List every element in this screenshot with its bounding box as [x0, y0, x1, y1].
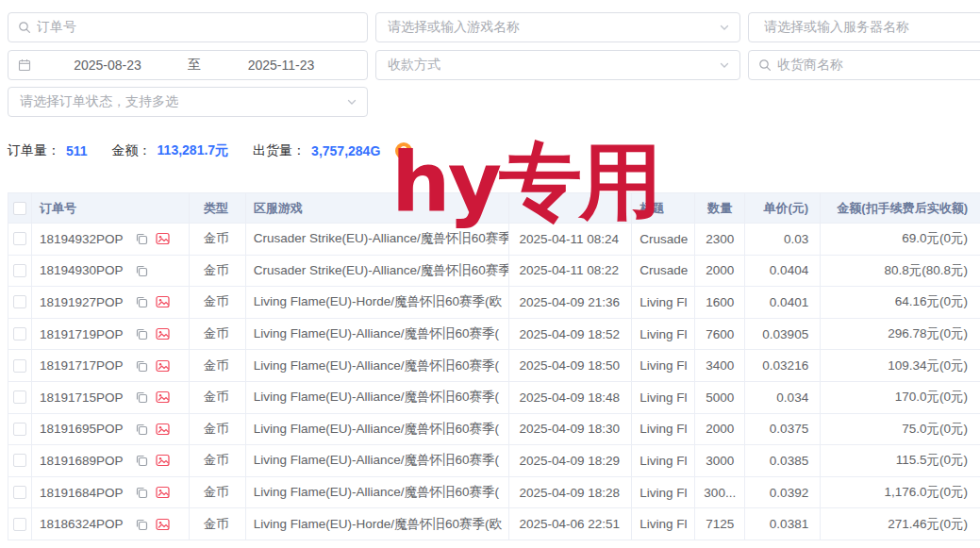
order-time: 2025-04-09 18:52 — [509, 319, 632, 351]
date-range-picker[interactable]: 2025-08-23 至 2025-11-23 — [8, 50, 368, 80]
amount: 296.78元(0元) — [821, 319, 980, 351]
amount: 80.8元(80.8元) — [821, 256, 980, 288]
row-checkbox[interactable] — [13, 390, 26, 404]
unit-price: 0.0401 — [745, 287, 821, 319]
game-name-select[interactable]: 请选择或输入游戏名称 — [375, 12, 740, 42]
server-game: Living Flame(EU)-Horde/魔兽怀旧60赛季(欧 — [246, 508, 510, 540]
order-type: 金币 — [190, 319, 246, 351]
order-time: 2025-04-09 18:28 — [509, 477, 632, 509]
amount: 271.46元(0元) — [821, 508, 980, 540]
date-start[interactable]: 2025-08-23 — [31, 58, 184, 73]
order-title: Living Fl — [632, 382, 695, 414]
copy-icon[interactable] — [135, 264, 148, 277]
server-game: Crusader Strike(EU)-Alliance/魔兽怀旧60赛季( — [246, 224, 510, 256]
copy-icon[interactable] — [135, 359, 148, 373]
quantity: 3000 — [695, 445, 745, 477]
copy-icon[interactable] — [135, 295, 148, 308]
order-cell: 18191719POP — [32, 319, 190, 351]
payment-method-placeholder: 收款方式 — [388, 57, 440, 74]
table-row: 18191927POP金币Living Flame(EU)-Horde/魔兽怀旧… — [8, 287, 980, 319]
amount-value: 113,281.7元 — [158, 142, 229, 159]
order-cell: 18194932POP — [32, 224, 190, 256]
image-icon[interactable] — [156, 423, 170, 436]
server-game: Living Flame(EU)-Horde/魔兽怀旧60赛季(欧 — [246, 287, 510, 319]
order-title: Living Fl — [632, 319, 695, 351]
unit-price: 0.034 — [745, 382, 821, 414]
copy-icon[interactable] — [135, 518, 148, 531]
date-separator: 至 — [184, 57, 205, 74]
select-all-checkbox[interactable] — [13, 202, 26, 215]
quantity: 2000 — [695, 414, 745, 446]
order-number-placeholder: 订单号 — [37, 19, 76, 36]
copy-icon[interactable] — [135, 423, 148, 436]
amount: 75.0元(0元) — [821, 414, 980, 446]
header-order-time — [509, 193, 632, 224]
help-icon[interactable]: ? — [395, 142, 412, 159]
copy-icon[interactable] — [135, 454, 148, 467]
server-name-input[interactable]: 请选择或输入服务器名称 — [748, 12, 980, 42]
search-icon — [18, 21, 31, 34]
unit-price: 0.03905 — [745, 319, 821, 351]
row-checkbox[interactable] — [13, 359, 26, 373]
row-checkbox-cell — [8, 224, 32, 256]
server-game: Living Flame(EU)-Alliance/魔兽怀旧60赛季( — [246, 350, 510, 382]
server-game: Living Flame(EU)-Alliance/魔兽怀旧60赛季( — [246, 477, 510, 509]
image-icon[interactable] — [156, 454, 170, 467]
copy-icon[interactable] — [135, 327, 148, 340]
unit-price: 0.0385 — [745, 445, 821, 477]
receiver-name-input[interactable]: 收货商名称 — [748, 50, 980, 80]
order-cell: 18191684POP — [32, 477, 190, 509]
image-icon[interactable] — [156, 232, 170, 245]
order-status-placeholder: 请选择订单状态，支持多选 — [20, 93, 178, 110]
header-amount: 金额(扣手续费后实收额) — [821, 193, 980, 224]
order-status-select[interactable]: 请选择订单状态，支持多选 — [8, 87, 368, 117]
amount: 69.0元(0元) — [821, 224, 980, 256]
order-time: 2025-04-11 08:22 — [509, 256, 632, 288]
row-checkbox[interactable] — [13, 486, 26, 499]
server-game: Living Flame(EU)-Alliance/魔兽怀旧60赛季( — [246, 445, 510, 477]
table-body: 18194932POP金币Crusader Strike(EU)-Allianc… — [8, 224, 980, 540]
image-icon[interactable] — [156, 486, 170, 499]
row-checkbox-cell — [8, 477, 32, 509]
image-icon[interactable] — [156, 295, 170, 308]
row-checkbox[interactable] — [13, 518, 26, 531]
copy-icon[interactable] — [135, 486, 148, 499]
row-checkbox[interactable] — [13, 295, 26, 308]
row-checkbox-cell — [8, 256, 32, 288]
calendar-icon — [18, 58, 31, 72]
row-checkbox[interactable] — [13, 232, 26, 245]
header-quantity: 数量 — [695, 193, 745, 224]
row-checkbox[interactable] — [13, 454, 26, 467]
copy-icon[interactable] — [135, 232, 148, 245]
copy-icon[interactable] — [135, 390, 148, 404]
table-row: 18191715POP金币Living Flame(EU)-Alliance/魔… — [8, 382, 980, 414]
row-checkbox[interactable] — [13, 327, 26, 340]
order-title: Crusade — [632, 224, 695, 256]
image-icon[interactable] — [156, 390, 170, 404]
order-number: 18191715POP — [40, 390, 124, 405]
chevron-down-icon — [719, 22, 730, 33]
order-number: 18191689POP — [40, 454, 124, 468]
server-name-placeholder: 请选择或输入服务器名称 — [764, 19, 909, 36]
order-number-input[interactable]: 订单号 — [8, 12, 368, 42]
order-time: 2025-04-06 22:51 — [509, 508, 632, 540]
date-end[interactable]: 2025-11-23 — [205, 58, 357, 73]
chevron-down-icon — [346, 96, 357, 108]
order-type: 金币 — [190, 256, 246, 288]
unit-price: 0.03216 — [745, 350, 821, 382]
row-checkbox[interactable] — [13, 264, 26, 277]
payment-method-select[interactable]: 收款方式 — [375, 50, 740, 80]
image-icon[interactable] — [156, 327, 170, 340]
amount: 115.5元(0元) — [821, 445, 980, 477]
order-number: 18194930POP — [40, 263, 124, 277]
row-checkbox[interactable] — [13, 423, 26, 436]
image-icon[interactable] — [156, 518, 170, 531]
amount: 64.16元(0元) — [821, 287, 980, 319]
unit-price: 0.0375 — [745, 414, 821, 446]
header-unit-price: 单价(元) — [745, 193, 821, 224]
order-type: 金币 — [190, 508, 246, 540]
image-icon[interactable] — [156, 359, 170, 373]
row-checkbox-cell — [8, 445, 32, 477]
row-checkbox-cell — [8, 319, 32, 351]
order-type: 金币 — [190, 414, 246, 446]
